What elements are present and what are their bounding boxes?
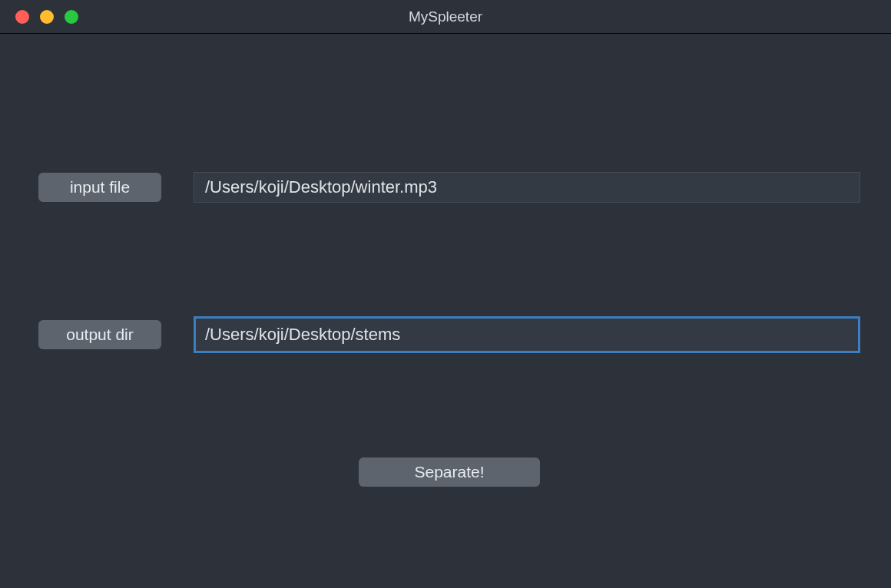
maximize-icon[interactable] xyxy=(65,10,78,24)
separate-button[interactable]: Separate! xyxy=(359,458,540,487)
traffic-lights xyxy=(0,10,78,24)
input-file-field[interactable] xyxy=(194,172,860,203)
window-title: MySpleeter xyxy=(0,8,891,25)
output-dir-row: output dir xyxy=(38,316,860,353)
output-dir-field[interactable] xyxy=(194,316,860,353)
minimize-icon[interactable] xyxy=(40,10,54,24)
output-dir-button[interactable]: output dir xyxy=(38,320,161,349)
separate-row: Separate! xyxy=(38,458,860,487)
close-icon[interactable] xyxy=(15,10,29,24)
titlebar: MySpleeter xyxy=(0,0,891,34)
input-file-button[interactable]: input file xyxy=(38,173,161,202)
content-area: input file output dir Separate! xyxy=(0,34,891,588)
input-file-row: input file xyxy=(38,172,860,203)
app-window: MySpleeter input file output dir Separat… xyxy=(0,0,891,588)
